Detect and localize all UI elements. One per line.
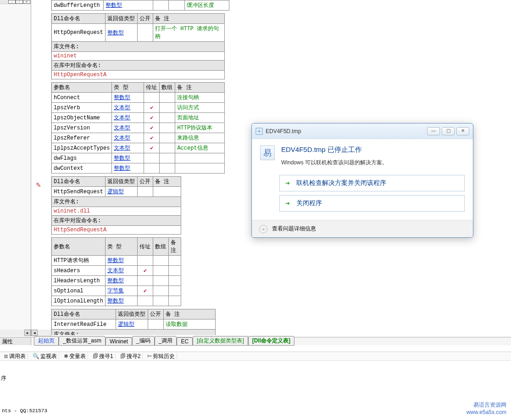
gutter-hscroll[interactable]: ◂ <box>31 330 51 336</box>
dll-name[interactable]: HttpOpenRequest <box>52 24 106 42</box>
tab-dll命令定义表[interactable]: [Dll命令定义表] <box>248 336 294 346</box>
param-remark[interactable]: 访问方式 <box>175 103 225 113</box>
dll-ret[interactable]: 逻辑型 <box>106 187 138 197</box>
toolbar-搜寻2[interactable]: 🗐搜寻2 <box>118 353 143 359</box>
panel-restore-button[interactable]: ▫ <box>16 0 23 4</box>
param-arr[interactable] <box>153 256 169 266</box>
param-name[interactable]: sHeaders <box>52 266 106 276</box>
tab-自定义数据类型表[interactable]: [自定义数据类型表] <box>193 336 248 346</box>
param-type[interactable]: 整数型 <box>104 0 153 11</box>
param-name[interactable]: lplpszAcceptTypes <box>52 143 112 153</box>
param-type[interactable]: 字节集 <box>106 286 138 296</box>
dll-ret[interactable]: 逻辑型 <box>116 319 148 330</box>
tab-数值运算asm[interactable]: _数值运算_asm <box>59 336 106 346</box>
panel-hscroll[interactable]: ▸ <box>0 330 31 336</box>
view-details-link[interactable]: 查看问题详细信息 <box>272 225 316 233</box>
param-arr[interactable] <box>160 133 175 143</box>
dialog-titlebar[interactable]: EDV4F5D.tmp — ▢ ✕ <box>252 123 473 139</box>
param-name[interactable]: hConnect <box>52 93 112 103</box>
option-check-online[interactable]: ➔ 联机检查解决方案并关闭该程序 <box>279 175 465 191</box>
param-type[interactable]: 文本型 <box>112 143 144 153</box>
param-arr[interactable] <box>153 286 169 296</box>
alias-value[interactable]: HttpOpenRequestA <box>52 71 225 79</box>
toolbar-搜寻1[interactable]: 🗐搜寻1 <box>91 353 116 359</box>
lib-value[interactable]: wininet <box>52 52 225 61</box>
tab-调用[interactable]: _调用 <box>155 336 177 346</box>
chevron-down-icon[interactable]: ⌄ <box>259 225 267 233</box>
param-type[interactable]: 整数型 <box>106 296 138 306</box>
param-remark[interactable] <box>169 296 181 306</box>
alias-value[interactable]: HttpSendRequestA <box>52 226 181 235</box>
dll-pub[interactable] <box>138 187 153 197</box>
param-remark[interactable] <box>169 286 181 296</box>
param-remark[interactable]: 页面地址 <box>175 113 225 123</box>
param-addr[interactable]: ✔ <box>144 143 160 153</box>
param-type[interactable]: 整数型 <box>112 93 144 103</box>
param-type[interactable]: 整数型 <box>106 256 138 266</box>
param-addr[interactable] <box>144 93 160 103</box>
param-type[interactable]: 文本型 <box>106 266 138 276</box>
param-remark[interactable] <box>169 276 181 286</box>
dll-ret[interactable]: 整数型 <box>106 24 138 42</box>
param-type[interactable]: 整数型 <box>112 163 144 174</box>
param-remark[interactable]: HTTP协议版本 <box>175 123 225 133</box>
tab-起始页[interactable]: 起始页 <box>34 336 59 346</box>
param-name[interactable]: dwFlags <box>52 153 112 163</box>
param-remark[interactable] <box>169 256 181 266</box>
param-arr[interactable] <box>160 93 175 103</box>
param-arr[interactable] <box>160 123 175 133</box>
param-name[interactable]: sOptional <box>52 286 106 296</box>
param-addr[interactable]: ✔ <box>138 266 153 276</box>
param-name[interactable]: lOptionalLength <box>52 296 106 306</box>
param-arr[interactable] <box>169 0 184 11</box>
dll-name[interactable]: InternetReadFile <box>52 319 116 330</box>
param-remark[interactable] <box>175 153 225 163</box>
param-addr[interactable] <box>144 153 160 163</box>
dialog-minimize-button[interactable]: — <box>427 127 440 135</box>
panel-close-button[interactable]: × <box>23 0 30 4</box>
param-addr[interactable]: ✔ <box>138 286 153 296</box>
param-name[interactable]: lpszObjectName <box>52 113 112 123</box>
param-addr[interactable] <box>138 276 153 286</box>
tab-编码[interactable]: _编码 <box>132 336 155 346</box>
param-arr[interactable] <box>153 266 169 276</box>
param-type[interactable]: 整数型 <box>106 276 138 286</box>
param-arr[interactable] <box>160 143 175 153</box>
param-addr[interactable]: ✔ <box>144 123 160 133</box>
lib-value[interactable]: wininet.dll <box>52 207 181 216</box>
param-remark[interactable]: Accept信息 <box>175 143 225 153</box>
dialog-maximize-button[interactable]: ▢ <box>442 127 455 135</box>
dll-pub[interactable] <box>138 24 153 42</box>
tab-wininet[interactable]: Wininet <box>106 337 132 346</box>
param-addr[interactable]: ✔ <box>144 133 160 143</box>
param-type[interactable]: 文本型 <box>112 123 144 133</box>
dll-name[interactable]: HttpSendRequest <box>52 187 106 197</box>
toolbar-剪辑历史[interactable]: ✄剪辑历史 <box>145 353 177 359</box>
param-name[interactable]: HTTP请求句柄 <box>52 256 106 266</box>
param-name[interactable]: dwBufferLength <box>52 0 104 11</box>
param-name[interactable]: lHeadersLength <box>52 276 106 286</box>
param-addr[interactable]: ✔ <box>144 103 160 113</box>
toolbar-监视表[interactable]: 🔍监视表 <box>31 353 59 359</box>
param-name[interactable]: lpszVerb <box>52 103 112 113</box>
dll-pub[interactable] <box>148 319 164 330</box>
dialog-close-button[interactable]: ✕ <box>456 127 469 135</box>
param-addr[interactable] <box>138 256 153 266</box>
param-type[interactable]: 文本型 <box>112 133 144 143</box>
param-remark[interactable]: 缓冲区长度 <box>184 0 229 11</box>
param-name[interactable]: lpszVersion <box>52 123 112 133</box>
param-addr[interactable] <box>153 0 168 11</box>
param-type[interactable]: 整数型 <box>112 153 144 163</box>
param-arr[interactable] <box>160 153 175 163</box>
param-name[interactable]: lpszReferer <box>52 133 112 143</box>
param-arr[interactable] <box>153 296 169 306</box>
param-arr[interactable] <box>160 103 175 113</box>
param-addr[interactable]: ✔ <box>144 113 160 123</box>
param-type[interactable]: 文本型 <box>112 103 144 113</box>
param-arr[interactable] <box>160 113 175 123</box>
dll-remark[interactable]: 打开一个 HTTP 请求的句柄 <box>153 24 225 42</box>
toolbar-变量表[interactable]: ✱变量表 <box>62 353 88 359</box>
param-remark[interactable]: 来路信息 <box>175 133 225 143</box>
properties-label[interactable]: 属性 <box>0 337 31 345</box>
dll-remark[interactable] <box>153 187 181 197</box>
